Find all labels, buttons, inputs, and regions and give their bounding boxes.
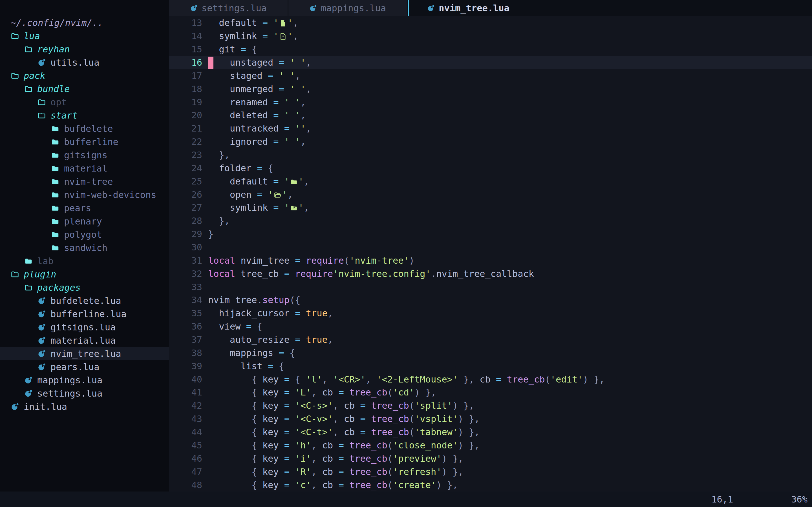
tab-bar: settings.luamappings.luanvim_tree.lua	[169, 0, 812, 16]
code-line-39[interactable]: 39 list = {	[169, 359, 812, 373]
folder-outline-icon	[38, 98, 47, 107]
code-line-19[interactable]: 19 renamed = ' ',	[169, 96, 812, 109]
code-line-36[interactable]: 36 view = {	[169, 320, 812, 333]
tree-item-bufferline-lua[interactable]: bufferline.lua	[0, 307, 169, 321]
line-number: 46	[169, 453, 202, 464]
line-number: 39	[169, 361, 202, 372]
line-number: 13	[169, 17, 202, 28]
tree-item-gitsigns[interactable]: gitsigns	[0, 149, 169, 162]
code-line-45[interactable]: 45 { key = 'h', cb = tree_cb('close_node…	[169, 439, 812, 452]
tree-item-pack[interactable]: pack	[0, 69, 169, 82]
code-line-35[interactable]: 35 hijack_cursor = true,	[169, 307, 812, 320]
tree-item-pears-lua[interactable]: pears.lua	[0, 360, 169, 374]
tree-item-packages[interactable]: packages	[0, 281, 169, 294]
code-line-31[interactable]: 31local nvim_tree = require('nvim-tree')	[169, 254, 812, 267]
code-line-34[interactable]: 34nvim_tree.setup({	[169, 293, 812, 307]
tree-item-mappings-lua[interactable]: mappings.lua	[0, 374, 169, 387]
lua-file-icon	[190, 4, 198, 12]
line-text: unstaged = ' ',	[202, 57, 311, 68]
code-line-16[interactable]: 16 unstaged = ' ',	[169, 56, 812, 69]
tree-item-reyhan[interactable]: reyhan	[0, 43, 169, 56]
tab-nvim-tree-lua[interactable]: nvim_tree.lua	[409, 0, 527, 16]
line-text: { key = '<C-v>', cb = tree_cb('vsplit') …	[202, 413, 479, 424]
code-line-41[interactable]: 41 { key = 'L', cb = tree_cb('cd') },	[169, 386, 812, 399]
code-line-47[interactable]: 47 { key = 'R', cb = tree_cb('refresh') …	[169, 465, 812, 478]
tree-item-lab[interactable]: lab	[0, 255, 169, 268]
tree-item-label: ~/.config/nvim/..	[11, 17, 103, 28]
tab-settings-lua[interactable]: settings.lua	[169, 0, 288, 16]
folder-filled-icon	[51, 137, 61, 147]
folder-symlink-glyph-icon	[290, 204, 298, 212]
tree-item-init-lua[interactable]: init.lua	[0, 400, 169, 413]
code-line-46[interactable]: 46 { key = 'i', cb = tree_cb('preview') …	[169, 452, 812, 465]
tree-item-nvim-tree[interactable]: nvim-tree	[0, 175, 169, 188]
lua-file-icon	[38, 323, 47, 332]
line-text: },	[202, 150, 230, 160]
code-line-15[interactable]: 15 git = {	[169, 43, 812, 56]
tree-item-bundle[interactable]: bundle	[0, 82, 169, 96]
line-text: ignored = ' ',	[202, 136, 306, 147]
code-line-48[interactable]: 48 { key = 'c', cb = tree_cb('create') }…	[169, 478, 812, 492]
code-line-22[interactable]: 22 ignored = ' ',	[169, 135, 812, 149]
tab-mappings-lua[interactable]: mappings.lua	[289, 0, 407, 16]
code-line-28[interactable]: 28 },	[169, 214, 812, 228]
folder-open-glyph-icon	[274, 191, 282, 199]
code-line-21[interactable]: 21 untracked = '',	[169, 122, 812, 135]
code-line-37[interactable]: 37 auto_resize = true,	[169, 333, 812, 346]
code-line-13[interactable]: 13 default = '',	[169, 16, 812, 30]
tree-item-plugin[interactable]: plugin	[0, 268, 169, 281]
tree-item-lua[interactable]: lua	[0, 29, 169, 43]
code-line-20[interactable]: 20 deleted = ' ',	[169, 109, 812, 122]
tree-item-plenary[interactable]: plenary	[0, 215, 169, 228]
tree-item-start[interactable]: start	[0, 109, 169, 122]
line-text: { key = 'R', cb = tree_cb('refresh') },	[202, 466, 463, 477]
code-line-43[interactable]: 43 { key = '<C-v>', cb = tree_cb('vsplit…	[169, 412, 812, 426]
tree-item-sandwich[interactable]: sandwich	[0, 241, 169, 255]
tree-item-label: pack	[24, 70, 45, 81]
code-line-23[interactable]: 23 },	[169, 149, 812, 162]
code-line-32[interactable]: 32local tree_cb = require'nvim-tree.conf…	[169, 267, 812, 280]
lua-file-icon	[427, 4, 435, 12]
code-line-25[interactable]: 25 default = '',	[169, 175, 812, 188]
tree-item-bufdelete[interactable]: bufdelete	[0, 122, 169, 135]
line-text: symlink = '',	[202, 31, 298, 41]
line-number: 29	[169, 229, 202, 239]
line-number: 17	[169, 70, 202, 81]
tree-item-label: pears.lua	[50, 362, 99, 372]
code-line-30[interactable]: 30	[169, 241, 812, 254]
tree-item-material[interactable]: material	[0, 162, 169, 175]
tree-item-label: nvim_tree.lua	[50, 348, 121, 359]
tree-item-opt[interactable]: opt	[0, 96, 169, 109]
code-line-29[interactable]: 29}	[169, 228, 812, 241]
tree-item-settings-lua[interactable]: settings.lua	[0, 387, 169, 400]
code-editor[interactable]: 13 default = '',14 symlink = '',15 git =…	[169, 16, 812, 492]
tree-root-path[interactable]: ~/.config/nvim/..	[0, 16, 169, 29]
tree-item-label: gitsigns	[64, 150, 107, 161]
cursor-position: 16,1	[711, 494, 733, 505]
tree-item-nvim-tree-lua[interactable]: nvim_tree.lua	[0, 347, 169, 360]
code-line-26[interactable]: 26 open = '',	[169, 188, 812, 201]
tree-item-pears[interactable]: pears	[0, 202, 169, 215]
tree-item-polygot[interactable]: polygot	[0, 228, 169, 241]
code-line-40[interactable]: 40 { key = { 'l', '<CR>', '<2-LeftMouse>…	[169, 373, 812, 386]
tree-item-bufferline[interactable]: bufferline	[0, 135, 169, 149]
line-number: 36	[169, 321, 202, 332]
tree-item-nvim-web-devicons[interactable]: nvim-web-devicons	[0, 188, 169, 202]
code-line-18[interactable]: 18 unmerged = ' ',	[169, 82, 812, 96]
code-line-33[interactable]: 33	[169, 280, 812, 293]
tree-item-bufdelete-lua[interactable]: bufdelete.lua	[0, 294, 169, 307]
code-line-24[interactable]: 24 folder = {	[169, 161, 812, 175]
tree-item-material-lua[interactable]: material.lua	[0, 334, 169, 347]
code-line-14[interactable]: 14 symlink = '',	[169, 30, 812, 43]
code-line-27[interactable]: 27 symlink = '',	[169, 201, 812, 214]
tree-item-label: packages	[37, 282, 81, 293]
code-line-17[interactable]: 17 staged = ' ',	[169, 69, 812, 82]
code-line-38[interactable]: 38 mappings = {	[169, 346, 812, 359]
line-text: staged = ' ',	[202, 70, 301, 81]
folder-filled-icon	[51, 124, 61, 133]
code-line-42[interactable]: 42 { key = '<C-s>', cb = tree_cb('split'…	[169, 399, 812, 412]
tree-item-utils-lua[interactable]: utils.lua	[0, 56, 169, 69]
tree-item-gitsigns-lua[interactable]: gitsigns.lua	[0, 321, 169, 334]
line-number: 34	[169, 295, 202, 305]
code-line-44[interactable]: 44 { key = '<C-t>', cb = tree_cb('tabnew…	[169, 426, 812, 439]
